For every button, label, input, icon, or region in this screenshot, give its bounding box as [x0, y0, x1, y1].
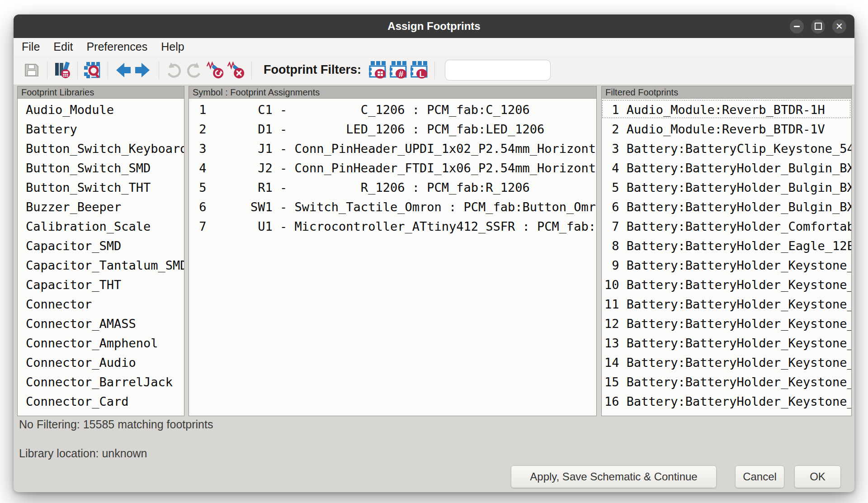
footprint-libraries-header: Footprint Libraries — [17, 86, 184, 98]
maximize-icon — [815, 23, 822, 30]
titlebar[interactable]: Assign Footprints ✕ — [14, 14, 854, 38]
library-item[interactable]: Audio_Module — [18, 100, 184, 119]
assignment-row[interactable]: 5 R1 - R_1206 : PCM_fab:R_1206 — [189, 178, 596, 197]
filtered-footprints-title: Filtered Footprints — [605, 87, 678, 97]
filtered-footprint-row[interactable]: 2 Audio_Module:Reverb_BTDR-1V — [602, 119, 851, 139]
svg-text:L: L — [419, 70, 424, 79]
filtered-footprints-header: Filtered Footprints — [601, 86, 852, 98]
filtered-footprint-row[interactable]: 17 Battery:BatteryHolder_Keystone — [602, 411, 851, 416]
filtered-footprint-row[interactable]: 6 Battery:BatteryHolder_Bulgin_BX — [602, 197, 851, 217]
library-item[interactable]: Connector — [18, 294, 184, 314]
menu-help[interactable]: Help — [161, 40, 184, 53]
filter-by-footprint-filters-button[interactable] — [368, 59, 387, 81]
library-item[interactable]: Calibration_Scale — [18, 217, 184, 236]
assignment-row[interactable]: 6 SW1 - Switch_Tactile_Omron : PCM_fab:B… — [189, 197, 596, 217]
filter-library-icon: L — [409, 60, 429, 80]
assignment-row[interactable]: 2 D1 - LED_1206 : PCM_fab:LED_1206 — [189, 119, 596, 139]
minimize-button[interactable] — [790, 19, 804, 33]
library-location-text: Library location: unknown — [19, 447, 147, 460]
assign-footprints-dialog: Assign Footprints ✕ File Edit Preference… — [14, 14, 854, 492]
delete-all-associations-button[interactable] — [226, 59, 246, 81]
apply-save-continue-button[interactable]: Apply, Save Schematic & Continue — [511, 465, 717, 488]
save-icon — [23, 61, 41, 79]
toolbar-separator — [47, 61, 47, 79]
filtered-footprint-row[interactable]: 5 Battery:BatteryHolder_Bulgin_BX — [602, 178, 851, 197]
filtered-footprint-row[interactable]: 9 Battery:BatteryHolder_Keystone_ — [602, 256, 851, 275]
delete-association-icon — [205, 60, 225, 81]
previous-symbol-button[interactable] — [113, 59, 132, 81]
library-item[interactable]: Connector_BarrelJack — [18, 372, 184, 392]
library-item[interactable]: Connector_Coaxial — [18, 411, 184, 416]
library-item[interactable]: Capacitor_SMD — [18, 236, 184, 256]
footprint-filter-input[interactable] — [445, 60, 551, 81]
window-title: Assign Footprints — [387, 20, 480, 33]
assignment-row[interactable]: 1 C1 - C_1206 : PCM_fab:C_1206 — [189, 100, 596, 119]
filtered-footprint-row[interactable]: 12 Battery:BatteryHolder_Keystone_ — [602, 314, 851, 333]
symbol-assignments-title: Symbol : Footprint Assignments — [193, 87, 320, 97]
filtered-footprint-row[interactable]: 3 Battery:BatteryClip_Keystone_54 — [602, 139, 851, 158]
filtered-footprint-row[interactable]: 4 Battery:BatteryHolder_Bulgin_BX — [602, 158, 851, 178]
library-item[interactable]: Button_Switch_THT — [18, 178, 184, 197]
delete-association-button[interactable] — [205, 59, 225, 81]
undo-button[interactable] — [164, 59, 184, 81]
minimize-icon — [794, 26, 800, 27]
library-item[interactable]: Button_Switch_SMD — [18, 158, 184, 178]
filtered-footprint-row[interactable]: 1 Audio_Module:Reverb_BTDR-1H — [602, 100, 851, 119]
library-table-icon — [52, 61, 71, 80]
library-item[interactable]: Capacitor_THT — [18, 275, 184, 294]
menu-preferences[interactable]: Preferences — [86, 40, 147, 53]
toolbar-separator — [434, 61, 435, 79]
arrow-right-icon — [133, 60, 153, 80]
assignment-row[interactable]: 3 J1 - Conn_PinHeader_UPDI_1x02_P2.54mm_… — [189, 139, 596, 158]
menu-edit[interactable]: Edit — [53, 40, 73, 53]
filter-by-pin-count-button[interactable]: # — [388, 59, 408, 81]
library-item[interactable]: Connector_Amphenol — [18, 333, 184, 353]
library-item[interactable]: Connector_Card — [18, 392, 184, 411]
filtered-footprint-row[interactable]: 8 Battery:BatteryHolder_Eagle_12E — [602, 236, 851, 256]
filtered-footprint-row[interactable]: 13 Battery:BatteryHolder_Keystone_ — [602, 333, 851, 353]
footprint-libraries-title: Footprint Libraries — [21, 87, 94, 97]
menubar: File Edit Preferences Help — [14, 38, 854, 55]
close-button[interactable]: ✕ — [832, 19, 846, 33]
library-item[interactable]: Buzzer_Beeper — [18, 197, 184, 217]
filtered-footprint-row[interactable]: 16 Battery:BatteryHolder_Keystone_ — [602, 392, 851, 411]
view-selected-footprint-button[interactable] — [82, 59, 102, 81]
undo-icon — [165, 61, 183, 79]
filtered-footprint-row[interactable]: 14 Battery:BatteryHolder_Keystone_ — [602, 353, 851, 372]
toolbar-separator — [108, 61, 108, 79]
symbol-assignments-header: Symbol : Footprint Assignments — [189, 86, 597, 98]
filtered-footprint-row[interactable]: 7 Battery:BatteryHolder_Comfortab — [602, 217, 851, 236]
close-icon: ✕ — [835, 22, 843, 31]
filtered-footprint-row[interactable]: 15 Battery:BatteryHolder_Keystone_ — [602, 372, 851, 392]
filtering-status-text: No Filtering: 15585 matching footprints — [19, 418, 213, 431]
filter-pin-count-icon: # — [388, 60, 408, 80]
cancel-button[interactable]: Cancel — [735, 465, 784, 488]
assignment-row[interactable]: 4 J2 - Conn_PinHeader_FTDI_1x06_P2.54mm_… — [189, 158, 596, 178]
save-button[interactable] — [22, 59, 42, 81]
manage-footprint-libraries-button[interactable] — [52, 59, 72, 81]
ok-button[interactable]: OK — [794, 465, 841, 488]
library-item[interactable]: Connector_AMASS — [18, 314, 184, 333]
filtered-footprints-list[interactable]: 1 Audio_Module:Reverb_BTDR-1H 2 Audio_Mo… — [601, 98, 852, 416]
filtered-footprint-row[interactable]: 10 Battery:BatteryHolder_Keystone_ — [602, 275, 851, 294]
menu-file[interactable]: File — [22, 40, 40, 53]
library-item[interactable]: Button_Switch_Keyboard — [18, 139, 184, 158]
window-controls: ✕ — [790, 14, 846, 38]
assignment-row[interactable]: 7 U1 - Microcontroller_ATtiny412_SSFR : … — [189, 217, 596, 236]
toolbar-separator — [77, 61, 78, 79]
next-symbol-button[interactable] — [133, 59, 153, 81]
footprint-libraries-list[interactable]: Audio_ModuleBatteryButton_Switch_Keyboar… — [17, 98, 184, 416]
symbol-assignments-list[interactable]: 1 C1 - C_1206 : PCM_fab:C_1206 2 D1 - LE… — [189, 98, 597, 416]
redo-button[interactable] — [184, 59, 204, 81]
filtered-footprint-row[interactable]: 11 Battery:BatteryHolder_Keystone_ — [602, 294, 851, 314]
library-item[interactable]: Connector_Audio — [18, 353, 184, 372]
redo-icon — [185, 61, 203, 79]
library-item[interactable]: Battery — [18, 119, 184, 139]
library-item[interactable]: Capacitor_Tantalum_SMD — [18, 256, 184, 275]
filter-by-library-button[interactable]: L — [409, 59, 429, 81]
filter-keywords-icon — [368, 60, 387, 80]
delete-all-associations-icon — [226, 60, 246, 81]
maximize-button[interactable] — [811, 19, 825, 33]
arrow-left-icon — [113, 60, 132, 80]
svg-text:#: # — [399, 69, 404, 79]
